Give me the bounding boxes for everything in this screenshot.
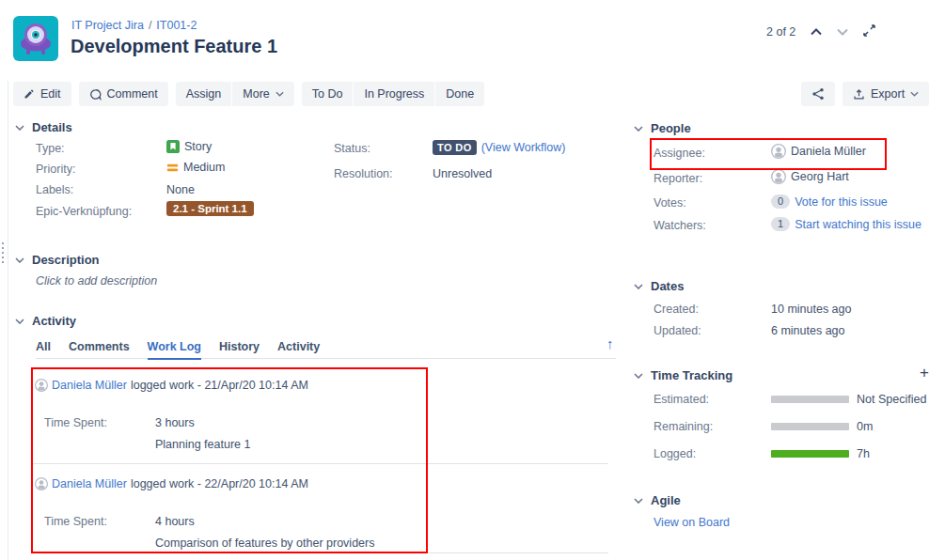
status-badge: TO DO [433, 140, 477, 155]
tab-history[interactable]: History [219, 340, 260, 360]
status-value: TO DO (View Workflow) [433, 140, 565, 155]
reporter-value: Georg Hart [771, 169, 849, 184]
alien-avatar-icon [13, 16, 58, 61]
votes-count-badge: 0 [771, 194, 790, 209]
time-tracking-section-header[interactable]: Time Tracking [634, 368, 732, 382]
toolbar: Edit Comment Assign More To Do In Progre… [13, 82, 484, 106]
done-transition-button[interactable]: Done [435, 82, 484, 106]
time-spent-value: 3 hours [155, 416, 195, 429]
chevron-down-icon [634, 126, 643, 132]
dates-heading: Dates [651, 279, 684, 293]
story-type-icon [166, 140, 180, 153]
worklog-author-link[interactable]: Daniela Müller [52, 379, 127, 392]
worklog-entry-header: Daniela Müller logged work - 21/Apr/20 1… [35, 379, 308, 392]
resolution-label: Resolution: [334, 167, 393, 180]
watch-link[interactable]: Start watching this issue [795, 218, 921, 231]
tab-work-log[interactable]: Work Log [148, 340, 201, 360]
time-spent-label: Time Spent: [44, 416, 107, 429]
more-button[interactable]: More [232, 82, 293, 106]
people-heading: People [651, 121, 691, 135]
vote-link[interactable]: Vote for this issue [795, 195, 888, 209]
export-upload-icon [853, 88, 865, 101]
worklog-author-link[interactable]: Daniela Müller [52, 477, 127, 490]
priority-value: Medium [166, 161, 225, 174]
watchers-value: 1 Start watching this issue [771, 217, 921, 231]
share-icon [811, 87, 825, 101]
details-section-header[interactable]: Details [15, 120, 72, 134]
next-issue-button[interactable] [837, 25, 848, 39]
export-button[interactable]: Export [843, 82, 929, 106]
logged-value: 7h [857, 447, 870, 460]
more-label: More [243, 87, 269, 101]
chevron-down-icon [910, 91, 919, 97]
jira-issue-view: IT Project Jira / IT001-2 Development Fe… [0, 0, 945, 560]
user-avatar-icon [771, 169, 786, 184]
labels-label: Labels: [36, 183, 73, 196]
user-avatar-icon [771, 144, 786, 159]
expand-issue-button[interactable] [863, 24, 875, 39]
priority-label: Priority: [36, 163, 75, 176]
remaining-label: Remaining: [654, 420, 713, 433]
breadcrumb-separator: / [149, 19, 151, 32]
dates-section-header[interactable]: Dates [634, 279, 684, 293]
agile-heading: Agile [651, 493, 681, 507]
view-on-board-link[interactable]: View on Board [654, 516, 730, 529]
breadcrumb-issue-link[interactable]: IT001-2 [156, 19, 197, 32]
details-heading: Details [32, 120, 72, 134]
assignee-value: Daniela Müller [771, 144, 866, 159]
updated-value: 6 minutes ago [771, 324, 845, 337]
description-section-header[interactable]: Description [15, 253, 100, 267]
priority-medium-icon [166, 162, 179, 174]
time-spent-label: Time Spent: [44, 515, 107, 528]
watchers-count-badge: 1 [771, 217, 790, 231]
reporter-name[interactable]: Georg Hart [791, 170, 849, 183]
breadcrumb-project-link[interactable]: IT Project Jira [71, 19, 144, 32]
previous-issue-button[interactable] [811, 25, 822, 39]
reporter-label: Reporter: [654, 172, 702, 185]
page-title: Development Feature 1 [71, 36, 277, 57]
edit-label: Edit [40, 87, 61, 101]
comment-bubble-icon [89, 88, 102, 101]
logged-label: Logged: [654, 447, 696, 460]
todo-transition-button[interactable]: To Do [302, 82, 354, 106]
assignee-label: Assignee: [654, 147, 705, 160]
updated-label: Updated: [654, 324, 701, 337]
chevron-down-icon [15, 257, 24, 263]
activity-section-header[interactable]: Activity [15, 314, 76, 328]
user-avatar-icon [35, 379, 48, 392]
edit-button[interactable]: Edit [13, 82, 71, 106]
agile-section-header[interactable]: Agile [634, 493, 681, 507]
tab-all[interactable]: All [36, 340, 51, 360]
comment-button[interactable]: Comment [79, 82, 168, 106]
project-avatar[interactable] [13, 16, 58, 64]
tab-comments[interactable]: Comments [69, 340, 130, 360]
worklog-meta: logged work - 21/Apr/20 10:14 AM [131, 379, 308, 392]
remaining-bar [771, 423, 849, 430]
assign-more-group: Assign More [176, 82, 294, 106]
left-rail-divider [8, 81, 8, 560]
chevron-down-icon [634, 498, 643, 504]
type-value: Story [166, 140, 212, 153]
in-progress-transition-button[interactable]: In Progress [354, 82, 434, 106]
votes-label: Votes: [654, 196, 686, 210]
logged-bar [771, 450, 849, 458]
chevron-down-icon [634, 373, 643, 379]
people-section-header[interactable]: People [634, 121, 691, 135]
remaining-value: 0m [857, 420, 873, 433]
assign-button[interactable]: Assign [176, 82, 232, 106]
log-work-plus-icon[interactable]: + [920, 366, 929, 380]
time-tracking-heading: Time Tracking [651, 368, 732, 382]
sidebar-drag-handle[interactable] [2, 242, 4, 263]
resolution-value: Unresolved [433, 167, 492, 180]
worklog-comment: Comparison of features by other provider… [155, 537, 374, 550]
sort-ascending-icon[interactable]: ↑ [606, 335, 614, 351]
epic-link-badge[interactable]: 2.1 - Sprint 1.1 [166, 202, 254, 215]
watchers-label: Watchers: [654, 219, 706, 232]
export-label: Export [871, 87, 905, 101]
share-button[interactable] [801, 82, 835, 106]
view-workflow-link[interactable]: (View Workflow) [481, 141, 566, 154]
tab-activity[interactable]: Activity [277, 340, 320, 360]
assignee-name[interactable]: Daniela Müller [791, 145, 866, 158]
worklog-divider [31, 552, 608, 553]
description-placeholder[interactable]: Click to add description [36, 274, 157, 288]
